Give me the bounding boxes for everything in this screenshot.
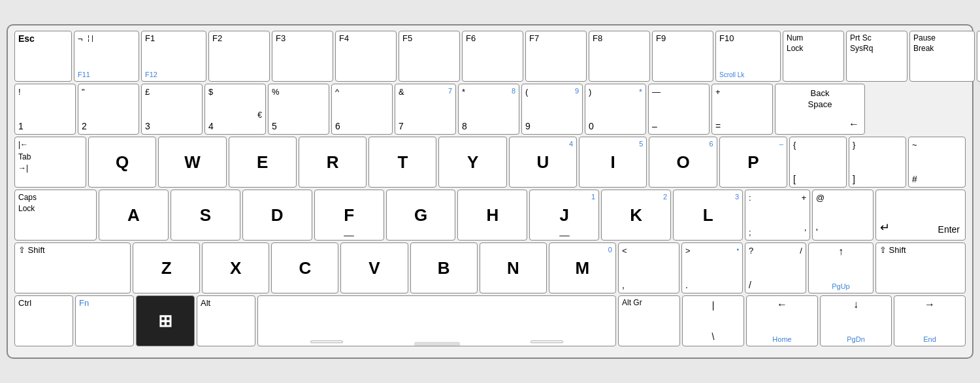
key-open-bracket[interactable]: { [ <box>789 137 847 188</box>
key-shift-left[interactable]: ⇧ Shift <box>14 242 131 293</box>
key-slash[interactable]: ? / / <box>745 242 806 293</box>
key-r[interactable]: R <box>299 137 367 188</box>
key-n[interactable]: N <box>480 242 547 293</box>
key-f5[interactable]: F5 <box>399 31 460 82</box>
key-enter[interactable]: ↵ Enter <box>875 190 966 241</box>
key-y[interactable]: Y <box>438 137 506 188</box>
key-f[interactable]: F <box>314 190 384 241</box>
key-s[interactable]: S <box>171 190 240 241</box>
key-0[interactable]: ) * 0 <box>585 84 646 135</box>
key-minus[interactable]: — – <box>648 84 710 135</box>
key-m[interactable]: 0 M <box>549 242 616 293</box>
key-ctrl[interactable]: Ctrl <box>14 295 73 346</box>
key-insert[interactable]: Insert <box>977 31 980 82</box>
key-7[interactable]: & 7 7 <box>395 84 456 135</box>
keyboard: Esc ¬ ¦ | F11 F1 F12 F2 F3 F4 F5 F6 F7 F… <box>7 24 973 359</box>
key-4[interactable]: $ € 4 <box>204 84 266 135</box>
key-8[interactable]: * 8 8 <box>458 84 519 135</box>
key-f6[interactable]: F6 <box>462 31 523 82</box>
key-d[interactable]: D <box>242 190 312 241</box>
key-f10[interactable]: F10 Scroll Lk <box>715 31 781 82</box>
key-g[interactable]: G <box>386 190 456 241</box>
key-pgup[interactable]: ↑ PgUp <box>808 242 874 293</box>
zxcv-row: ⇧ Shift Z X C V B N 0 M < , > ▪ . ? / / … <box>14 242 966 293</box>
key-f8[interactable]: F8 <box>589 31 650 82</box>
key-f4[interactable]: F4 <box>335 31 397 82</box>
key-q[interactable]: Q <box>88 137 156 188</box>
key-pgdn[interactable]: ↓ PgDn <box>820 295 892 346</box>
key-equals[interactable]: + = <box>711 84 773 135</box>
key-at[interactable]: @ ' <box>812 190 874 241</box>
key-altgr[interactable]: Alt Gr <box>618 295 680 346</box>
key-a[interactable]: A <box>99 190 169 241</box>
key-semicolon[interactable]: : + ; ' <box>745 190 810 241</box>
key-l[interactable]: 3 L <box>673 190 743 241</box>
key-5[interactable]: % 5 <box>268 84 329 135</box>
key-numlock[interactable]: NumLock <box>783 31 844 82</box>
key-win[interactable]: ⊞ <box>136 295 195 346</box>
key-comma[interactable]: < , <box>618 242 679 293</box>
key-o[interactable]: 6 O <box>649 137 717 188</box>
key-backspace[interactable]: BackSpace ← <box>775 84 865 135</box>
key-3[interactable]: £ 3 <box>141 84 203 135</box>
key-t[interactable]: T <box>368 137 436 188</box>
key-f9[interactable]: F9 <box>652 31 713 82</box>
key-v[interactable]: V <box>340 242 408 293</box>
key-esc[interactable]: Esc <box>14 31 72 82</box>
key-home[interactable]: ← Home <box>746 295 818 346</box>
key-b[interactable]: B <box>410 242 478 293</box>
key-backtick[interactable]: ¬ ¦ | F11 <box>74 31 139 82</box>
key-9[interactable]: ( 9 9 <box>521 84 583 135</box>
fn-row: Esc ¬ ¦ | F11 F1 F12 F2 F3 F4 F5 F6 F7 F… <box>14 31 966 82</box>
key-k[interactable]: 2 K <box>601 190 671 241</box>
key-z[interactable]: Z <box>133 242 200 293</box>
key-p[interactable]: – P <box>719 137 787 188</box>
key-prtsc[interactable]: Prt ScSysRq <box>846 31 907 82</box>
key-c[interactable]: C <box>271 242 338 293</box>
key-pause[interactable]: PauseBreak <box>909 31 975 82</box>
key-h[interactable]: H <box>457 190 527 241</box>
key-f1[interactable]: F1 F12 <box>141 31 206 82</box>
key-pipe[interactable]: | \ <box>682 295 744 346</box>
key-tab[interactable]: |← Tab →| <box>14 137 86 188</box>
key-f7[interactable]: F7 <box>525 31 587 82</box>
key-2[interactable]: " 2 <box>78 84 139 135</box>
key-shift-right[interactable]: ⇧ Shift <box>875 242 966 293</box>
key-f2[interactable]: F2 <box>208 31 270 82</box>
key-fn[interactable]: Fn <box>75 295 134 346</box>
key-end[interactable]: → End <box>894 295 966 346</box>
key-1[interactable]: ! 1 <box>14 84 76 135</box>
key-close-bracket[interactable]: } ] <box>849 137 906 188</box>
key-hash[interactable]: ~ # <box>908 137 966 188</box>
key-period[interactable]: > ▪ . <box>681 242 743 293</box>
key-x[interactable]: X <box>202 242 269 293</box>
key-caps-lock[interactable]: CapsLock <box>14 190 97 241</box>
asdf-row: CapsLock A S D F G H 1 J 2 K 3 L : + ; ' <box>14 190 966 241</box>
key-alt[interactable]: Alt <box>197 295 255 346</box>
qwerty-row: |← Tab →| Q W E R T Y 4 U 5 I 6 O – P { … <box>14 137 966 188</box>
key-space[interactable] <box>257 295 616 346</box>
number-row: ! 1 " 2 £ 3 $ € 4 % 5 ^ 6 & 7 7 * <box>14 84 966 135</box>
key-j[interactable]: 1 J <box>529 190 599 241</box>
key-u[interactable]: 4 U <box>509 137 577 188</box>
key-f3[interactable]: F3 <box>272 31 333 82</box>
key-w[interactable]: W <box>158 137 226 188</box>
key-i[interactable]: 5 I <box>579 137 647 188</box>
key-e[interactable]: E <box>229 137 297 188</box>
bottom-row: Ctrl Fn ⊞ Alt Alt Gr | \ ← Home ↓ PgDn →… <box>14 295 966 346</box>
key-6[interactable]: ^ 6 <box>331 84 393 135</box>
